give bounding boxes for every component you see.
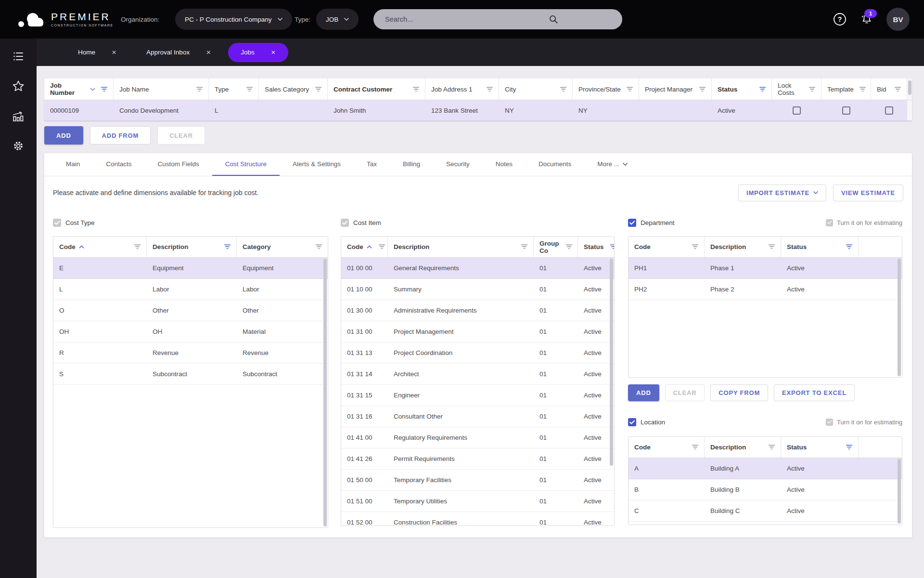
column-header-template[interactable]: Template (821, 79, 871, 100)
filter-icon[interactable] (521, 244, 527, 250)
grid-scrollbar[interactable] (907, 79, 912, 100)
table-row[interactable]: CBuilding CActive (629, 500, 902, 522)
table-row[interactable]: 01 31 13Project Coordination01Active (341, 342, 614, 364)
filter-icon[interactable] (692, 244, 698, 250)
search-input[interactable] (373, 15, 622, 23)
filter-icon[interactable] (413, 87, 419, 92)
filter-icon[interactable] (246, 87, 253, 92)
table-row[interactable]: OOtherOther (53, 300, 328, 321)
import-estimate-button[interactable]: IMPORT ESTIMATE (738, 184, 826, 201)
column-header-description[interactable]: Description (705, 236, 781, 257)
filter-icon[interactable] (487, 87, 493, 92)
type-select[interactable]: JOB (316, 9, 359, 30)
column-header-lock-costs[interactable]: Lock Costs (772, 79, 821, 100)
table-row[interactable]: 01 00 00General Requirements01Active (341, 258, 614, 279)
reports-button[interactable] (12, 110, 25, 122)
export-to-excel-button[interactable]: EXPORT TO EXCEL (774, 384, 855, 401)
bid-checkbox[interactable] (885, 106, 893, 115)
table-row[interactable]: OHOHMaterial (53, 321, 328, 342)
table-row[interactable]: EEquipmentEquipment (53, 258, 328, 279)
tab-more[interactable]: More ... (584, 153, 641, 176)
column-header-job-address-1[interactable]: Job Address 1 (425, 79, 499, 100)
filter-icon[interactable] (692, 445, 698, 450)
filter-icon[interactable] (134, 244, 141, 250)
filter-icon[interactable] (560, 87, 566, 92)
column-header-type[interactable]: Type (209, 79, 259, 100)
column-header-job-name[interactable]: Job Name (114, 79, 209, 100)
table-row[interactable]: ABuilding AActive (629, 458, 902, 479)
filter-icon[interactable] (224, 244, 231, 250)
column-header-code[interactable]: Code (629, 236, 705, 257)
location-estimating-checkbox[interactable] (826, 419, 833, 426)
department-checkbox[interactable] (628, 219, 636, 227)
scrollbar-thumb[interactable] (323, 259, 327, 526)
column-header-contract-customer[interactable]: Contract Customer (328, 79, 425, 100)
window-tab-home[interactable]: Home ✕ (65, 43, 129, 62)
filter-icon[interactable] (627, 87, 633, 92)
template-checkbox[interactable] (842, 106, 850, 115)
table-row[interactable]: 01 10 00Summary01Active (341, 279, 614, 300)
help-button[interactable]: ? (833, 12, 847, 26)
table-row[interactable]: 01 41 26Permit Requirements01Active (341, 448, 614, 470)
tab-cost-structure[interactable]: Cost Structure (212, 153, 280, 176)
cost-type-checkbox[interactable] (53, 219, 61, 227)
tab-billing[interactable]: Billing (390, 153, 433, 176)
table-row[interactable]: 01 51 00Temporary Utilities01Active (341, 491, 614, 512)
filter-icon[interactable] (809, 87, 815, 92)
column-header-status[interactable]: Status (712, 79, 772, 100)
table-row[interactable]: 01 30 00Administrative Requirements01Act… (341, 300, 614, 321)
table-row[interactable]: 01 31 00Project Management01Active (341, 321, 614, 342)
column-header-code[interactable]: Code (341, 236, 388, 257)
table-row[interactable]: 01 31 14Architect01Active (341, 364, 614, 385)
tab-tax[interactable]: Tax (354, 153, 390, 176)
close-icon[interactable]: ✕ (112, 49, 116, 56)
add-button[interactable]: ADD (44, 126, 83, 144)
filter-icon[interactable] (196, 87, 203, 92)
job-row[interactable]: 00000109Condo DevelopmentLJohn Smith123 … (44, 100, 912, 121)
filter-icon[interactable] (379, 244, 385, 250)
table-row[interactable]: 01 31 15Engineer01Active (341, 385, 614, 406)
search-bar[interactable] (373, 9, 622, 29)
filter-icon[interactable] (101, 87, 107, 92)
filter-icon[interactable] (610, 244, 615, 250)
scrollbar-thumb[interactable] (898, 259, 901, 376)
cost-item-checkbox[interactable] (341, 219, 349, 227)
tab-contacts[interactable]: Contacts (93, 153, 144, 176)
window-tab-approval-inbox[interactable]: Approval Inbox ✕ (134, 43, 223, 62)
user-avatar[interactable]: BV (886, 8, 910, 31)
column-header-job-number[interactable]: Job Number (44, 79, 114, 100)
tab-documents[interactable]: Documents (526, 153, 584, 176)
clear-button[interactable]: CLEAR (157, 126, 205, 144)
column-header-code[interactable]: Code (53, 236, 147, 257)
filter-icon[interactable] (846, 445, 852, 450)
location-checkbox[interactable] (628, 418, 636, 426)
menu-list-button[interactable] (12, 50, 25, 63)
organization-select[interactable]: PC - P Construction Company (175, 9, 292, 30)
table-row[interactable]: SSubcontractSubcontract (53, 364, 328, 385)
tab-notes[interactable]: Notes (483, 153, 526, 176)
scrollbar-thumb[interactable] (898, 459, 901, 524)
department-add-button[interactable]: ADD (628, 384, 659, 401)
window-tab-jobs[interactable]: Jobs ✕ (228, 43, 288, 62)
column-header-status[interactable]: Status (578, 236, 611, 257)
column-header-status[interactable]: Status (781, 236, 859, 257)
filter-icon[interactable] (699, 87, 706, 92)
column-header-city[interactable]: City (499, 79, 573, 100)
table-row[interactable]: PH1Phase 1Active (629, 258, 902, 279)
favorites-button[interactable] (12, 80, 25, 92)
column-header-status[interactable]: Status (781, 437, 859, 458)
table-row[interactable]: BBuilding BActive (629, 479, 902, 500)
close-icon[interactable]: ✕ (206, 49, 211, 56)
settings-button[interactable] (12, 140, 25, 152)
column-header-sales-category[interactable]: Sales Category (259, 79, 328, 100)
table-row[interactable]: PH2Phase 2Active (629, 279, 902, 300)
department-copy-from-button[interactable]: COPY FROM (710, 384, 768, 401)
column-header-bid[interactable]: Bid (871, 79, 907, 100)
filter-icon[interactable] (895, 87, 901, 92)
table-row[interactable]: 01 50 00Temporary Facilities01Active (341, 470, 614, 491)
table-row[interactable]: LLaborLabor (53, 279, 328, 300)
filter-icon[interactable] (759, 87, 766, 92)
close-icon[interactable]: ✕ (271, 49, 276, 56)
search-icon[interactable] (549, 14, 558, 24)
column-header-description[interactable]: Description (705, 437, 781, 458)
